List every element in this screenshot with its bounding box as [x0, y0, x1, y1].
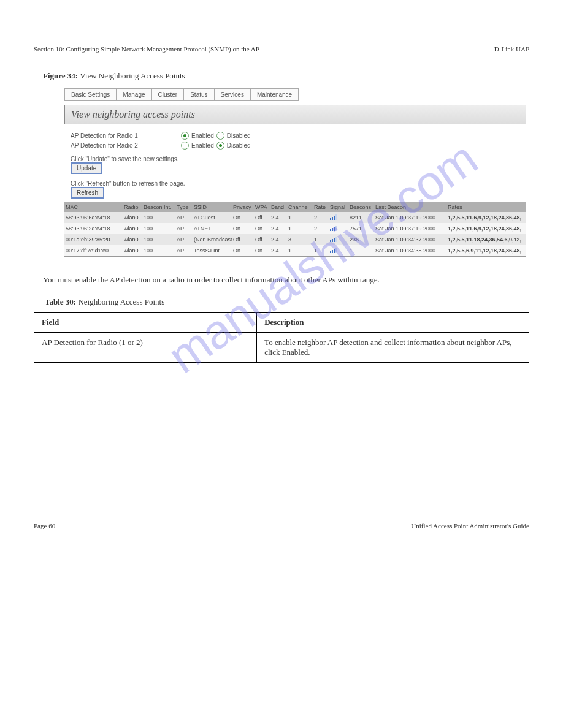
cell-rates: 1,2,5.5,11,6,9,12,18,24,36,48, [446, 223, 526, 234]
tab-maintenance[interactable]: Maintenance [250, 88, 299, 101]
hdr-mac: MAC [64, 202, 123, 212]
cell-rate: 1 [313, 245, 329, 256]
cell-wpa: On [254, 245, 270, 256]
footer-left: Page 60 [34, 522, 55, 529]
cell-beacons: 236 [348, 234, 374, 245]
hdr-ssid: SSID [193, 202, 232, 212]
radio2-label: AP Detection for Radio 2 [71, 142, 181, 149]
cell-ssid: ATNET [193, 223, 232, 234]
cell-mac: 58:93:96:2d:e4:18 [64, 223, 123, 234]
radio1-enabled-label: Enabled [191, 132, 214, 139]
cell-band: 2.4 [270, 223, 287, 234]
signal-icon [329, 245, 348, 256]
svg-rect-2 [334, 216, 335, 220]
refresh-button[interactable]: Refresh [71, 187, 104, 199]
hdr-privacy: Privacy [232, 202, 254, 212]
table-text: Neighboring Access Points [78, 297, 164, 306]
page-header: Section 10: Configuring Simple Network M… [34, 40, 529, 53]
hdr-beacons: Beacons [348, 202, 374, 212]
svg-rect-15 [335, 248, 337, 253]
radio2-enabled[interactable] [181, 142, 189, 150]
cell-bint: 100 [142, 234, 175, 245]
ap-table-header: MAC Radio Beacon Int. Type SSID Privacy … [64, 202, 526, 212]
cell-wpa: Off [254, 212, 270, 223]
radio1-disabled-label: Disabled [227, 132, 251, 139]
cell-radio: wlan0 [123, 234, 142, 245]
signal-icon [329, 212, 348, 223]
figure-number: Figure 34: [43, 71, 78, 80]
svg-rect-14 [334, 249, 335, 253]
tab-basic-settings[interactable]: Basic Settings [64, 88, 117, 101]
cell-rates: 1,2,5.5,6,9,11,12,18,24,36,48, [446, 245, 526, 256]
cell-bint: 100 [142, 245, 175, 256]
cell-channel: 1 [287, 212, 313, 223]
cell-beacons: 1 [348, 245, 374, 256]
tab-services[interactable]: Services [214, 88, 251, 101]
desc-hdr-desc: Description [257, 312, 529, 332]
update-button[interactable]: Update [71, 162, 102, 174]
svg-rect-1 [332, 217, 333, 220]
table-row: 58:93:96:2d:e4:18wlan0100APATNETOnOn2.41… [64, 223, 526, 234]
description-table: Field Description AP Detection for Radio… [34, 312, 529, 363]
cell-channel: 3 [287, 234, 313, 245]
cell-last: Sat Jan 1 09:34:38 2000 [374, 245, 446, 256]
cell-type: AP [175, 234, 193, 245]
svg-rect-8 [330, 240, 331, 242]
cell-beacons: 7571 [348, 223, 374, 234]
tab-bar: Basic Settings Manage Cluster Status Ser… [64, 88, 526, 101]
cell-privacy: On [232, 245, 254, 256]
cell-mac: 00:17:df:7e:d1:e0 [64, 245, 123, 256]
refresh-instruction: Click "Refresh" button to refresh the pa… [71, 180, 520, 187]
tab-cluster[interactable]: Cluster [151, 88, 185, 101]
cell-rates: 1,2,5.5,11,18,24,36,54,6,9,12, [446, 234, 526, 245]
cell-type: AP [175, 223, 193, 234]
table-number: Table 30: [45, 297, 76, 306]
cell-ssid: (Non Broadcasting) [193, 234, 232, 245]
svg-rect-7 [335, 226, 337, 231]
tab-status[interactable]: Status [183, 88, 214, 101]
cell-radio: wlan0 [123, 245, 142, 256]
body-text: You must enable the AP detection on a ra… [43, 274, 520, 286]
svg-rect-6 [334, 227, 335, 231]
tab-manage[interactable]: Manage [116, 88, 151, 101]
cell-mac: 00:1a:eb:39:85:20 [64, 234, 123, 245]
cell-bint: 100 [142, 212, 175, 223]
radio1-enabled[interactable] [181, 132, 189, 140]
hdr-type: Type [175, 202, 193, 212]
figure-caption: Figure 34: View Neighboring Access Point… [43, 71, 563, 81]
svg-rect-3 [335, 214, 337, 220]
svg-rect-0 [330, 218, 331, 220]
hdr-radio: Radio [123, 202, 142, 212]
form-area: AP Detection for Radio 1 Enabled Disable… [64, 124, 526, 202]
cell-privacy: Off [232, 234, 254, 245]
cell-band: 2.4 [270, 234, 287, 245]
signal-icon [329, 223, 348, 234]
cell-last: Sat Jan 1 09:37:19 2000 [374, 212, 446, 223]
cell-band: 2.4 [270, 212, 287, 223]
svg-rect-11 [335, 237, 337, 242]
header-doc: D-Link UAP [494, 45, 529, 53]
page-footer: Page 60 Unified Access Point Administrat… [34, 522, 529, 529]
desc-field: AP Detection for Radio (1 or 2) [34, 332, 257, 362]
radio2-disabled-label: Disabled [227, 142, 251, 149]
cell-ssid: ATGuest [193, 212, 232, 223]
svg-rect-13 [332, 250, 333, 253]
cell-wpa: Off [254, 234, 270, 245]
cell-bint: 100 [142, 223, 175, 234]
table-row: 00:17:df:7e:d1:e0wlan0100APTessSJ-IntOnO… [64, 245, 526, 256]
cell-rate: 2 [313, 212, 329, 223]
ap-table: MAC Radio Beacon Int. Type SSID Privacy … [64, 202, 526, 256]
cell-rates: 1,2,5.5,11,6,9,12,18,24,36,48, [446, 212, 526, 223]
radio1-disabled[interactable] [216, 132, 224, 140]
cell-channel: 1 [287, 245, 313, 256]
cell-radio: wlan0 [123, 223, 142, 234]
desc-value: To enable neighbor AP detection and coll… [257, 332, 529, 362]
cell-rate: 2 [313, 223, 329, 234]
cell-beacons: 8211 [348, 212, 374, 223]
svg-rect-12 [330, 251, 331, 253]
table-row: 00:1a:eb:39:85:20wlan0100AP(Non Broadcas… [64, 234, 526, 245]
radio1-label: AP Detection for Radio 1 [71, 132, 181, 139]
radio2-disabled[interactable] [216, 142, 224, 150]
screenshot-panel: Basic Settings Manage Cluster Status Ser… [64, 88, 526, 257]
cell-last: Sat Jan 1 09:37:19 2000 [374, 223, 446, 234]
